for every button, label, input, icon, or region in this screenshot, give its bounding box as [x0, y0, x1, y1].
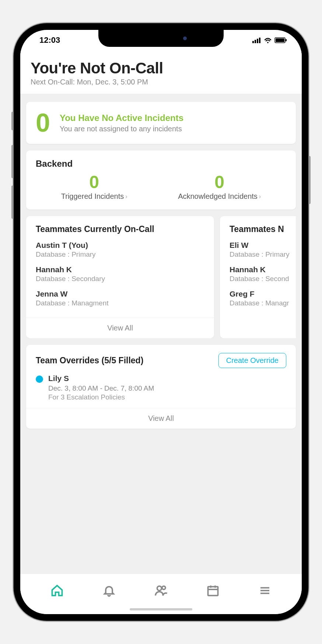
backend-card: Backend 0 Triggered Incidents › 0 Acknow… [26, 150, 296, 210]
teammate-name: Austin T (You) [36, 241, 204, 250]
tab-menu[interactable] [257, 582, 273, 599]
teammate-item[interactable]: Hannah K Database : Secondary [36, 265, 204, 283]
teammate-name: Greg F [230, 290, 296, 298]
teammate-role: Database : Managment [36, 299, 204, 307]
teammate-item[interactable]: Jenna W Database : Managment [36, 290, 204, 307]
acknowledged-incidents-stat[interactable]: 0 Acknowledged Incidents › [178, 172, 261, 201]
chevron-right-icon: › [125, 193, 127, 200]
teammate-role: Database : Managr [230, 299, 296, 307]
teammate-item[interactable]: Hannah K Database : Second [230, 265, 296, 283]
tab-bar [20, 574, 302, 614]
teammates-next-title: Teammates N [230, 224, 296, 234]
svg-rect-6 [276, 38, 284, 42]
triggered-count: 0 [61, 172, 127, 192]
create-override-button[interactable]: Create Override [218, 353, 286, 368]
teammate-name: Hannah K [230, 265, 296, 274]
teammate-name: Eli W [230, 241, 296, 250]
svg-point-8 [157, 586, 161, 591]
incident-summary-card[interactable]: 0 You Have No Active Incidents You are n… [26, 102, 296, 144]
teammate-role: Database : Primary [230, 250, 296, 259]
tab-calendar[interactable] [205, 582, 221, 599]
incident-count: 0 [36, 110, 50, 136]
svg-rect-7 [286, 39, 287, 41]
teammate-name: Hannah K [36, 265, 204, 274]
svg-point-4 [267, 42, 269, 43]
tab-people[interactable] [153, 582, 169, 599]
overrides-title: Team Overrides (5/5 Filled) [36, 356, 143, 366]
team-overrides-card: Team Overrides (5/5 Filled) Create Overr… [26, 345, 296, 429]
acknowledged-label: Acknowledged Incidents [178, 192, 258, 201]
tab-alerts[interactable] [101, 582, 117, 599]
chevron-right-icon: › [259, 193, 261, 200]
svg-rect-3 [259, 38, 260, 43]
teammate-item[interactable]: Austin T (You) Database : Primary [36, 241, 204, 259]
teammate-name: Jenna W [36, 290, 204, 298]
svg-point-9 [162, 586, 165, 589]
svg-rect-2 [257, 39, 258, 43]
status-time: 12:03 [35, 35, 60, 45]
svg-rect-1 [255, 40, 256, 43]
battery-icon [274, 37, 287, 43]
triggered-label: Triggered Incidents [61, 192, 124, 201]
home-indicator [130, 608, 192, 610]
teammate-item[interactable]: Greg F Database : Managr [230, 290, 296, 307]
view-all-button[interactable]: View All [26, 318, 214, 338]
teammate-role: Database : Primary [36, 250, 204, 259]
page-title: You're Not On-Call [31, 59, 291, 77]
incident-subtitle: You are not assigned to any incidents [60, 125, 183, 133]
acknowledged-count: 0 [178, 172, 261, 192]
wifi-icon [263, 37, 272, 44]
override-dates: Dec. 3, 8:00 AM - Dec. 7, 8:00 AM [48, 384, 154, 392]
override-name: Lily S [48, 374, 154, 383]
triggered-incidents-stat[interactable]: 0 Triggered Incidents › [61, 172, 127, 201]
page-subtitle: Next On-Call: Mon, Dec. 3, 5:00 PM [31, 78, 291, 86]
backend-title: Backend [36, 159, 286, 169]
tab-home[interactable] [49, 582, 65, 599]
teammate-item[interactable]: Eli W Database : Primary [230, 241, 296, 259]
svg-rect-10 [208, 586, 218, 595]
teammate-role: Database : Second [230, 275, 296, 283]
override-item[interactable]: Lily S Dec. 3, 8:00 AM - Dec. 7, 8:00 AM… [36, 374, 286, 401]
svg-rect-0 [252, 41, 254, 43]
status-dot-icon [36, 375, 43, 383]
signal-icon [252, 37, 261, 43]
view-all-button[interactable]: View All [26, 408, 296, 429]
teammates-current-card: Teammates Currently On-Call Austin T (Yo… [26, 216, 214, 338]
override-for: For 3 Escalation Policies [48, 393, 154, 401]
teammates-next-card: Teammates N Eli W Database : Primary Han… [220, 216, 296, 338]
teammates-current-title: Teammates Currently On-Call [36, 224, 204, 234]
incident-title: You Have No Active Incidents [60, 113, 183, 123]
teammate-role: Database : Secondary [36, 275, 204, 283]
page-header: You're Not On-Call Next On-Call: Mon, De… [20, 51, 302, 94]
